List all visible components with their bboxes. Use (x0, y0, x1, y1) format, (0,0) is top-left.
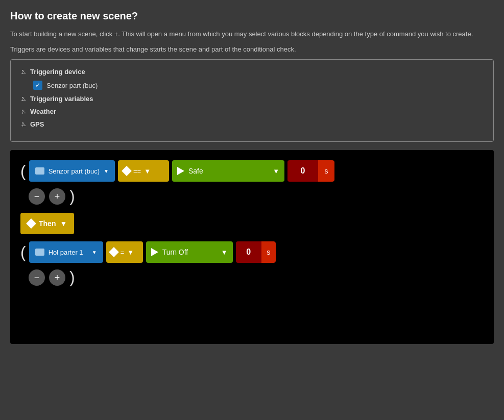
senzor-checkbox[interactable]: ✓ (33, 81, 42, 90)
plus-icon-2: + (55, 273, 60, 282)
play-icon-2 (151, 248, 158, 256)
plus-button-1[interactable]: + (49, 188, 65, 205)
then-diamond-icon (26, 218, 36, 229)
then-button[interactable]: Then ▼ (20, 213, 74, 234)
operator-dropdown-arrow-1: ▼ (144, 167, 151, 175)
open-paren-2: ( (20, 244, 26, 260)
plus-icon-1: + (55, 192, 60, 201)
then-dropdown-arrow: ▼ (60, 219, 67, 228)
diamond-icon-1 (122, 166, 132, 176)
device-label-2: Hol parter 1 (49, 249, 83, 256)
plus-minus-row-2: − + ) (29, 268, 484, 287)
triggering-device-label: Triggering device (30, 68, 85, 76)
operator-label-1: == (133, 167, 141, 175)
value-button-1[interactable]: Safe ▼ (172, 160, 284, 182)
description-1: To start building a new scene, click +. … (10, 29, 494, 39)
device-icon-2 (35, 249, 44, 256)
check-icon: ✓ (35, 82, 40, 89)
triggers-panel: ⦩ Triggering device ✓ Senzor part (buc) … (10, 59, 494, 142)
device-dropdown-arrow-1: ▼ (104, 168, 109, 174)
condition-row-1: ( Senzor part (buc) ▼ == ▼ Safe ▼ s (20, 160, 484, 182)
then-block: Then ▼ (20, 213, 484, 234)
turnoff-label: Turn Off (162, 248, 217, 256)
timer-box-2: s (236, 241, 276, 263)
close-paren-2: ) (69, 268, 75, 287)
plus-button-2[interactable]: + (49, 269, 65, 286)
minus-icon-2: − (34, 273, 40, 282)
chevron-triggering-variables-icon[interactable]: ⦩ (21, 96, 26, 102)
minus-button-2[interactable]: − (29, 269, 45, 286)
device-icon-1 (35, 167, 44, 175)
triggering-device-checkbox-row: ✓ Senzor part (buc) (33, 81, 483, 90)
value-label-1: Safe (188, 167, 269, 175)
chevron-gps-icon[interactable]: ⦩ (21, 121, 26, 127)
operator-dropdown-arrow-2: ▼ (127, 249, 134, 256)
scene-builder: ( Senzor part (buc) ▼ == ▼ Safe ▼ s − (10, 150, 494, 344)
triggering-variables-section: ⦩ Triggering variables (21, 95, 483, 103)
timer-unit-1: s (318, 160, 334, 182)
operator-label-2: = (121, 249, 125, 256)
turnoff-dropdown-arrow: ▼ (221, 249, 228, 256)
close-paren-1: ) (69, 187, 75, 206)
triggering-device-section: ⦩ Triggering device (21, 68, 483, 76)
triggering-variables-label: Triggering variables (30, 95, 93, 103)
turnoff-button[interactable]: Turn Off ▼ (146, 241, 233, 263)
diamond-icon-2 (109, 247, 119, 257)
gps-section: ⦩ GPS (21, 120, 483, 128)
play-icon-1 (177, 167, 184, 175)
operator-button-1[interactable]: == ▼ (118, 160, 169, 182)
timer-input-2[interactable] (236, 241, 261, 263)
condition-row-2: ( Hol parter 1 ▼ = ▼ Turn Off ▼ s (20, 241, 484, 263)
chevron-triggering-device-icon[interactable]: ⦩ (21, 69, 26, 75)
senzor-label: Senzor part (buc) (46, 82, 98, 89)
gps-label: GPS (30, 120, 44, 128)
chevron-weather-icon[interactable]: ⦩ (21, 109, 26, 114)
description-2: Triggers are devices and variables that … (10, 44, 494, 55)
operator-button-2[interactable]: = ▼ (106, 241, 143, 263)
weather-section: ⦩ Weather (21, 108, 483, 115)
device-button-2[interactable]: Hol parter 1 ▼ (29, 241, 103, 263)
then-label: Then (39, 219, 56, 228)
minus-icon-1: − (34, 192, 40, 201)
timer-unit-2: s (261, 241, 276, 263)
open-paren-1: ( (20, 163, 26, 179)
timer-input-1[interactable] (287, 160, 318, 182)
plus-minus-row-1: − + ) (29, 187, 484, 206)
weather-label: Weather (30, 108, 56, 115)
value-dropdown-arrow-1: ▼ (273, 167, 279, 175)
page-title: How to create new scene? (10, 10, 494, 22)
device-button-1[interactable]: Senzor part (buc) ▼ (29, 160, 115, 182)
timer-box-1: s (287, 160, 334, 182)
minus-button-1[interactable]: − (29, 188, 45, 205)
device-dropdown-arrow-2: ▼ (92, 250, 97, 255)
device-label-1: Senzor part (buc) (49, 167, 100, 175)
